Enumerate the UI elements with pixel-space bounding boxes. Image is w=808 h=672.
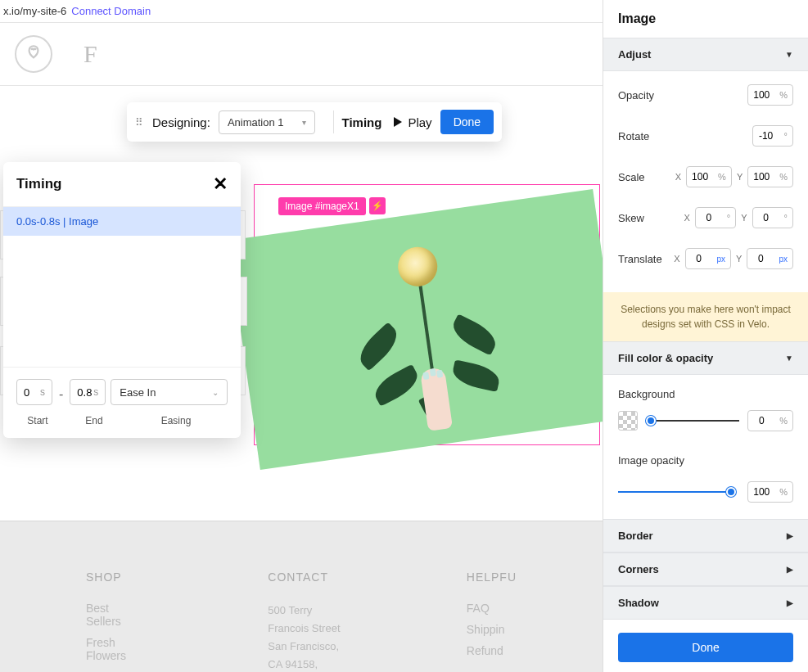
separator <box>333 110 334 133</box>
panel-done-button[interactable]: Done <box>618 633 793 662</box>
range-dash: - <box>57 387 65 402</box>
image-id-label[interactable]: Image #imageX1 <box>278 197 366 215</box>
background-label: Background <box>618 388 793 400</box>
x-label: X <box>684 213 690 223</box>
toolbar-done-button[interactable]: Done <box>440 110 494 134</box>
image-opacity-slider[interactable] <box>618 486 736 498</box>
x-label: X <box>674 254 679 264</box>
designing-label: Designing: <box>152 115 210 129</box>
leaf <box>448 313 500 355</box>
hand <box>420 367 453 431</box>
timing-panel: Timing ✕ 0.0s-0.8s | Image s - s Ease In… <box>3 162 241 438</box>
timing-title: Timing <box>16 176 61 192</box>
image-preview <box>228 189 625 470</box>
triangle-down-icon: ▼ <box>785 50 793 59</box>
url-path: x.io/my-site-6 <box>3 5 66 17</box>
triangle-right-icon: ▶ <box>787 531 793 540</box>
easing-value: Ease In <box>120 386 156 399</box>
play-button[interactable]: Play <box>393 115 431 129</box>
animation-select[interactable]: Animation 1 ▾ <box>219 110 315 134</box>
image-selection[interactable]: Image #imageX1 ⚡ <box>254 184 600 445</box>
leaf <box>450 359 502 391</box>
site-footer: SHOP Best Sellers Fresh Flowers Dried Fl… <box>0 521 603 672</box>
border-label: Border <box>618 530 653 542</box>
play-label: Play <box>408 115 431 129</box>
contact-line: CA 94158, <box>268 656 351 672</box>
triangle-right-icon: ▶ <box>787 598 793 607</box>
rotate-input[interactable]: ° <box>752 125 793 147</box>
skew-label: Skew <box>618 212 679 224</box>
adjust-section-head[interactable]: Adjust ▼ <box>603 38 808 71</box>
start-time-input[interactable]: s <box>16 379 52 405</box>
image-id-tag: Image #imageX1 ⚡ <box>278 197 386 215</box>
triangle-down-icon: ▼ <box>785 354 793 363</box>
y-label: Y <box>741 213 747 223</box>
corners-label: Corners <box>618 563 659 575</box>
end-time-input[interactable]: s <box>70 379 106 405</box>
corners-section-head[interactable]: Corners ▶ <box>603 552 808 586</box>
skew-x-input[interactable]: ° <box>695 207 736 228</box>
panel-title: Image <box>603 0 808 38</box>
close-icon[interactable]: ✕ <box>213 175 228 193</box>
footer-link[interactable]: Fresh Flowers <box>86 636 137 662</box>
translate-label: Translate <box>618 253 669 265</box>
easing-select[interactable]: Ease In ⌄ <box>111 379 228 405</box>
end-value[interactable] <box>70 386 93 399</box>
image-opacity-input[interactable]: % <box>747 481 793 503</box>
chevron-down-icon: ⌄ <box>212 388 219 397</box>
color-swatch[interactable] <box>618 411 638 431</box>
shadow-label: Shadow <box>618 597 659 609</box>
footer-link[interactable]: Shippin <box>467 623 517 636</box>
image-opacity-label: Image opacity <box>618 454 793 467</box>
timing-item[interactable]: 0.0s-0.8s | Image <box>3 206 241 236</box>
border-section-head[interactable]: Border ▶ <box>603 519 808 552</box>
start-label: Start <box>16 415 59 426</box>
footer-link[interactable]: Refund <box>467 644 517 657</box>
footer-contact-col: CONTACT 500 Terry Francois Street San Fr… <box>268 571 351 672</box>
design-toolbar: ⠿ Designing: Animation 1 ▾ Timing Play D… <box>127 102 502 142</box>
contact-title: CONTACT <box>268 571 351 584</box>
shop-title: SHOP <box>86 571 137 584</box>
leaf <box>354 322 404 371</box>
skew-y-input[interactable]: ° <box>752 207 793 228</box>
fill-label: Fill color & opacity <box>618 352 713 364</box>
bolt-icon[interactable]: ⚡ <box>369 197 386 214</box>
fill-section-head[interactable]: Fill color & opacity ▼ <box>603 341 808 375</box>
fill-body: Background % Image opacity % <box>603 375 808 519</box>
opacity-label: Opacity <box>618 89 747 101</box>
end-unit: s <box>93 386 105 398</box>
drag-handle-icon[interactable]: ⠿ <box>135 116 144 129</box>
connect-domain-link[interactable]: Connect Domain <box>71 5 151 17</box>
footer-link[interactable]: FAQ <box>467 602 517 615</box>
bg-opacity-slider[interactable] <box>646 415 739 426</box>
leaf <box>370 364 422 407</box>
y-label: Y <box>736 254 742 264</box>
velo-notice: Selections you make here won't impact de… <box>603 292 808 341</box>
chevron-down-icon: ▾ <box>302 118 306 127</box>
scale-y-input[interactable]: % <box>747 166 793 187</box>
shadow-section-head[interactable]: Shadow ▶ <box>603 586 808 620</box>
footer-shop-col: SHOP Best Sellers Fresh Flowers Dried Fl… <box>86 571 137 672</box>
scale-label: Scale <box>618 171 670 183</box>
opacity-input[interactable]: % <box>747 84 793 106</box>
x-label: X <box>675 172 681 182</box>
adjust-body: Opacity % Rotate ° Scale X % Y % <box>603 71 808 292</box>
translate-y-input[interactable]: px <box>747 248 793 269</box>
site-logo-icon <box>15 35 52 73</box>
timing-body <box>3 236 241 367</box>
translate-x-input[interactable]: px <box>685 248 732 269</box>
start-value[interactable] <box>17 386 40 399</box>
triangle-right-icon: ▶ <box>787 565 793 574</box>
animation-value: Animation 1 <box>228 116 284 129</box>
adjust-label: Adjust <box>618 48 651 61</box>
bg-opacity-input[interactable]: % <box>747 410 793 431</box>
scale-x-input[interactable]: % <box>686 166 732 187</box>
timing-button[interactable]: Timing <box>342 115 382 129</box>
rotate-label: Rotate <box>618 130 752 142</box>
footer-link[interactable]: Best Sellers <box>86 602 137 628</box>
end-label: End <box>69 415 120 426</box>
helpful-title: HELPFU <box>467 571 517 584</box>
properties-panel: Image Adjust ▼ Opacity % Rotate ° Scale … <box>603 0 808 672</box>
play-icon <box>393 117 403 127</box>
site-letter: F <box>84 40 97 68</box>
